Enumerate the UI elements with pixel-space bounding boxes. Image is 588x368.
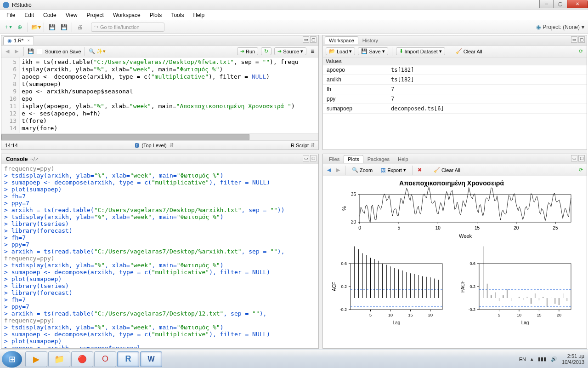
lang-label[interactable]: R Script (291, 143, 309, 148)
pane-minimize-icon[interactable]: ▭ (303, 36, 309, 43)
load-button[interactable]: 📂Load▾ (326, 47, 355, 55)
run-button[interactable]: ➔ Run (237, 47, 258, 55)
svg-text:25: 25 (553, 225, 558, 230)
close-button[interactable]: ✕ (567, 0, 588, 8)
svg-text:5: 5 (369, 313, 372, 317)
volume-icon[interactable]: 🔊 (551, 356, 557, 362)
console-body[interactable]: frequency=ppy)> tsdisplay(arxikh, ylab="… (1, 164, 318, 348)
rerun-button[interactable]: ↻ (261, 47, 271, 55)
back-icon[interactable]: ◀ (4, 48, 11, 55)
h-scrollbar[interactable] (1, 133, 318, 140)
source-tab[interactable]: ◉ 1.R* × (3, 36, 34, 45)
outline-icon[interactable]: ≣ (309, 48, 316, 55)
ws-row[interactable]: ppy7 (323, 94, 587, 104)
save-icon[interactable]: 💾 (47, 22, 57, 32)
menu-file[interactable]: File (3, 11, 19, 19)
zoom-button[interactable]: 🔍Zoom (349, 167, 375, 173)
open-file-icon[interactable]: 📂▾ (31, 22, 41, 32)
window-titlebar: RStudio ─ ▢ ✕ (0, 0, 588, 10)
wand-icon[interactable]: ✨▾ (98, 48, 104, 55)
h-splitter[interactable] (1, 150, 587, 154)
pane-minimize-icon[interactable]: ▭ (303, 155, 309, 161)
task-chrome[interactable]: 🔴 (71, 351, 93, 367)
svg-text:10: 10 (435, 225, 441, 230)
rerun-icon: ↻ (264, 48, 268, 54)
source-on-save-checkbox[interactable] (37, 49, 42, 54)
popup-icon[interactable]: ↗ (35, 156, 39, 161)
close-tab-icon[interactable]: × (27, 38, 29, 43)
wifi-icon[interactable]: ▮▮▮ (538, 356, 546, 362)
v-splitter-2[interactable] (319, 154, 322, 349)
goto-file-input[interactable]: ↪ Go to file/function (91, 23, 164, 32)
menu-tools[interactable]: Tools (167, 11, 187, 19)
menu-code[interactable]: Code (40, 11, 60, 19)
fwd-icon[interactable]: ▶ (13, 48, 20, 55)
windows-taskbar: ⊞ ▶ 📁 🔴 O R W EN ▴ ▮▮▮ 🔊 2:51 μμ 10/4/20… (0, 350, 588, 368)
tab-workspace[interactable]: Workspace (325, 36, 358, 44)
save-ws-button[interactable]: 💾Save▾ (358, 47, 388, 55)
start-button[interactable]: ⊞ (2, 351, 22, 368)
main-toolbar: ＋▾ ⊕ 📂▾ 💾 💾 🖨 ↪ Go to file/function ◉ Pr… (0, 20, 588, 34)
pane-minimize-icon[interactable]: ▭ (571, 155, 577, 161)
task-explorer[interactable]: 📁 (48, 351, 70, 367)
task-mediaplayer[interactable]: ▶ (25, 351, 47, 367)
scope-label[interactable]: (Top Level) (141, 143, 166, 148)
ws-row[interactable]: sumapoepdecomposed.ts[6] (323, 104, 587, 114)
menu-workspace[interactable]: Workspace (109, 11, 144, 19)
code-editor[interactable]: 5678910111213141516 ikh = ts(read.table(… (1, 58, 318, 133)
clock[interactable]: 2:51 μμ 10/4/2013 (562, 353, 584, 365)
pane-maximize-icon[interactable]: ▢ (310, 155, 317, 161)
save-all-icon[interactable]: 💾 (59, 22, 69, 32)
source-button[interactable]: ➔ Source ▾ (274, 47, 306, 55)
project-selector[interactable]: ◉ Project: (None) ▾ (536, 24, 584, 30)
new-project-icon[interactable]: ⊕ (15, 22, 25, 32)
broom-icon: 🧹 (434, 167, 440, 173)
clear-plots-button[interactable]: 🧹Clear All (431, 167, 463, 173)
refresh-icon[interactable]: ⟳ (577, 48, 584, 55)
menu-plots[interactable]: Plots (146, 11, 166, 19)
plot-fwd-icon[interactable]: ▶ (335, 167, 341, 173)
print-icon[interactable]: 🖨 (75, 22, 85, 32)
ws-row[interactable]: apoepots[182] (323, 65, 587, 75)
ws-row[interactable]: arxikhts[182] (323, 75, 587, 85)
svg-text:10: 10 (388, 313, 393, 317)
minimize-button[interactable]: ─ (539, 0, 553, 8)
goto-icon: ↪ (94, 24, 98, 30)
menu-edit[interactable]: Edit (21, 11, 38, 19)
pane-minimize-icon[interactable]: ▭ (571, 36, 577, 43)
maximize-button[interactable]: ▢ (553, 0, 567, 8)
new-file-icon[interactable]: ＋▾ (3, 22, 13, 32)
pane-maximize-icon[interactable]: ▢ (578, 36, 585, 43)
tray-chevron-icon[interactable]: ▴ (531, 356, 533, 362)
task-rstudio[interactable]: R (117, 351, 139, 367)
menu-project[interactable]: Project (83, 11, 107, 19)
clear-ws-button[interactable]: 🧹Clear All (453, 48, 485, 55)
tab-history[interactable]: History (358, 36, 382, 44)
find-icon[interactable]: 🔍 (89, 48, 95, 55)
tab-help[interactable]: Help (394, 155, 413, 163)
refresh-plots-icon[interactable]: ⟳ (577, 167, 584, 173)
plot-back-icon[interactable]: ◀ (326, 167, 332, 173)
goto-placeholder: Go to file/function (100, 24, 140, 30)
task-word[interactable]: W (140, 351, 162, 367)
v-splitter[interactable] (319, 35, 322, 150)
tab-files[interactable]: Files (325, 155, 344, 163)
export-button[interactable]: 🖼Export▾ (378, 167, 409, 173)
lang-indicator[interactable]: EN (519, 356, 526, 362)
ws-row[interactable]: fh7 (323, 85, 587, 94)
menu-help[interactable]: Help (189, 11, 208, 19)
tab-plots[interactable]: Plots (344, 155, 363, 163)
broom-icon: 🧹 (456, 48, 462, 54)
svg-text:0.2: 0.2 (341, 284, 347, 289)
save-source-icon[interactable]: 💾 (28, 48, 34, 55)
values-header: Values (323, 58, 587, 65)
pane-maximize-icon[interactable]: ▢ (310, 36, 317, 43)
tab-packages[interactable]: Packages (363, 155, 394, 163)
task-opera[interactable]: O (94, 351, 116, 367)
svg-text:20: 20 (514, 225, 519, 230)
import-button[interactable]: ⬇Import Dataset▾ (396, 47, 445, 55)
svg-text:5: 5 (498, 313, 500, 317)
delete-plot-icon[interactable]: ✖ (417, 167, 423, 173)
pane-maximize-icon[interactable]: ▢ (578, 155, 585, 161)
menu-view[interactable]: View (62, 11, 81, 19)
